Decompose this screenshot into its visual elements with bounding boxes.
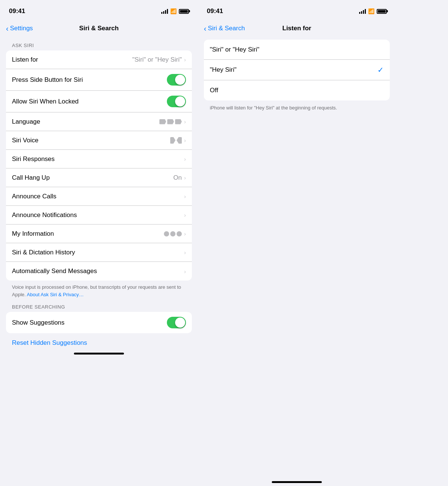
call-hang-up-right: On › bbox=[173, 174, 186, 182]
right-battery-icon bbox=[377, 9, 387, 14]
ask-siri-footer: Voice input is processed on iPhone, but … bbox=[0, 281, 198, 301]
siri-responses-label: Siri Responses bbox=[12, 155, 55, 163]
siri-dictation-history-label: Siri & Dictation History bbox=[12, 249, 75, 256]
call-hang-up-item[interactable]: Call Hang Up On › bbox=[6, 168, 192, 187]
listen-siri-or-hey-siri-label: "Siri" or "Hey Siri" bbox=[210, 46, 259, 53]
language-flags-icon bbox=[159, 119, 182, 124]
listen-for-footer-text: iPhone will listen for "Hey Siri" at the… bbox=[210, 105, 337, 111]
siri-responses-item[interactable]: Siri Responses › bbox=[6, 150, 192, 168]
siri-voice-item[interactable]: Siri Voice › bbox=[6, 131, 192, 150]
show-suggestions-item[interactable]: Show Suggestions bbox=[6, 312, 192, 333]
toggle-thumb-2 bbox=[175, 96, 185, 106]
reset-hidden-suggestions-button[interactable]: Reset Hidden Suggestions bbox=[12, 339, 87, 346]
allow-siri-locked-item[interactable]: Allow Siri When Locked bbox=[6, 91, 192, 112]
right-back-label: Siri & Search bbox=[208, 25, 245, 32]
my-information-item[interactable]: My Information › bbox=[6, 225, 192, 243]
toggle-thumb bbox=[175, 75, 185, 85]
left-home-indicator bbox=[0, 353, 198, 357]
announce-calls-right: › bbox=[184, 193, 186, 199]
announce-notifications-right: › bbox=[184, 212, 186, 218]
ask-siri-section-label: ASK SIRI bbox=[0, 40, 198, 50]
press-side-button-toggle[interactable] bbox=[167, 74, 186, 86]
announce-notifications-item[interactable]: Announce Notifications › bbox=[6, 206, 192, 225]
siri-dictation-history-right: › bbox=[184, 249, 186, 256]
announce-calls-label: Announce Calls bbox=[12, 193, 56, 200]
allow-siri-locked-label: Allow Siri When Locked bbox=[12, 98, 79, 105]
siri-voice-chevron-icon: › bbox=[184, 137, 186, 143]
my-information-right: › bbox=[164, 230, 186, 237]
before-searching-card: Show Suggestions bbox=[6, 312, 192, 333]
right-nav-bar: ‹ Siri & Search Listen for bbox=[198, 20, 396, 40]
right-status-bar: 09:41 📶 bbox=[198, 0, 396, 20]
language-item[interactable]: Language › bbox=[6, 112, 192, 131]
call-hang-up-chevron-icon: › bbox=[184, 174, 186, 181]
toggle-thumb-3 bbox=[175, 318, 185, 328]
press-side-button-label: Press Side Button for Siri bbox=[12, 76, 83, 84]
language-right: › bbox=[159, 118, 186, 125]
siri-voice-label: Siri Voice bbox=[12, 137, 38, 144]
listen-for-card: "Siri" or "Hey Siri" "Hey Siri" ✓ Off bbox=[204, 40, 390, 100]
left-status-bar: 09:41 📶 bbox=[0, 0, 198, 20]
siri-responses-chevron-icon: › bbox=[184, 156, 186, 162]
listen-siri-or-hey-siri-item[interactable]: "Siri" or "Hey Siri" bbox=[204, 40, 390, 60]
before-searching-section-label: BEFORE SEARCHING bbox=[0, 301, 198, 312]
call-hang-up-value: On bbox=[173, 174, 182, 182]
right-home-indicator bbox=[198, 115, 396, 486]
siri-search-back-button[interactable]: ‹ Siri & Search bbox=[204, 25, 245, 32]
auto-send-messages-label: Automatically Send Messages bbox=[12, 267, 97, 275]
right-signal-bars-icon bbox=[359, 9, 366, 14]
right-back-chevron-icon: ‹ bbox=[204, 25, 206, 32]
back-label: Settings bbox=[10, 25, 33, 32]
language-label: Language bbox=[12, 118, 40, 126]
listen-for-chevron-icon: › bbox=[184, 56, 186, 63]
announce-notifications-chevron-icon: › bbox=[184, 212, 186, 218]
siri-dictation-history-chevron-icon: › bbox=[184, 249, 186, 256]
announce-calls-chevron-icon: › bbox=[184, 193, 186, 199]
listen-for-label: Listen for bbox=[12, 56, 38, 64]
signal-bars-icon bbox=[161, 9, 168, 14]
right-battery-fill bbox=[378, 10, 386, 13]
right-status-icons: 📶 bbox=[359, 8, 387, 14]
left-nav-title: Siri & Search bbox=[79, 25, 119, 32]
left-nav-bar: ‹ Settings Siri & Search bbox=[0, 20, 198, 40]
right-home-bar bbox=[272, 481, 322, 483]
about-siri-privacy-link[interactable]: About Ask Siri & Privacy… bbox=[27, 292, 84, 297]
ask-siri-card: Listen for "Siri" or "Hey Siri" › Press … bbox=[6, 50, 192, 281]
listen-hey-siri-item[interactable]: "Hey Siri" ✓ bbox=[204, 60, 390, 80]
allow-siri-locked-toggle[interactable] bbox=[167, 96, 186, 107]
siri-voice-right: › bbox=[170, 137, 186, 144]
my-information-icon bbox=[164, 231, 182, 236]
siri-responses-right: › bbox=[184, 156, 186, 162]
announce-calls-item[interactable]: Announce Calls › bbox=[6, 187, 192, 206]
back-chevron-icon: ‹ bbox=[6, 25, 9, 32]
battery-icon bbox=[179, 9, 189, 14]
listen-for-item[interactable]: Listen for "Siri" or "Hey Siri" › bbox=[6, 50, 192, 69]
hey-siri-checkmark-icon: ✓ bbox=[377, 65, 384, 74]
battery-fill bbox=[180, 10, 188, 13]
press-side-button-item[interactable]: Press Side Button for Siri bbox=[6, 69, 192, 91]
my-information-label: My Information bbox=[12, 230, 54, 238]
left-panel: 09:41 📶 ‹ Settings Siri & Search ASK SIR… bbox=[0, 0, 198, 486]
settings-back-button[interactable]: ‹ Settings bbox=[6, 25, 33, 32]
show-suggestions-label: Show Suggestions bbox=[12, 319, 65, 326]
right-panel: 09:41 📶 ‹ Siri & Search Listen for "Siri… bbox=[198, 0, 396, 486]
left-status-icons: 📶 bbox=[161, 8, 189, 14]
listen-hey-siri-label: "Hey Siri" bbox=[210, 66, 237, 74]
right-nav-title: Listen for bbox=[282, 25, 311, 32]
right-time: 09:41 bbox=[207, 7, 223, 15]
left-time: 09:41 bbox=[9, 7, 25, 15]
reset-footer: Reset Hidden Suggestions bbox=[0, 333, 198, 353]
right-wifi-icon: 📶 bbox=[368, 8, 374, 14]
auto-send-messages-right: › bbox=[184, 268, 186, 275]
left-home-bar bbox=[74, 353, 124, 355]
announce-notifications-label: Announce Notifications bbox=[12, 211, 77, 219]
listen-for-right: "Siri" or "Hey Siri" › bbox=[132, 56, 186, 64]
show-suggestions-toggle[interactable] bbox=[167, 317, 186, 328]
auto-send-messages-item[interactable]: Automatically Send Messages › bbox=[6, 262, 192, 281]
auto-send-messages-chevron-icon: › bbox=[184, 268, 186, 275]
listen-for-value: "Siri" or "Hey Siri" bbox=[132, 56, 182, 64]
my-information-chevron-icon: › bbox=[184, 230, 186, 237]
siri-dictation-history-item[interactable]: Siri & Dictation History › bbox=[6, 243, 192, 262]
call-hang-up-label: Call Hang Up bbox=[12, 174, 50, 182]
listen-off-item[interactable]: Off bbox=[204, 80, 390, 100]
